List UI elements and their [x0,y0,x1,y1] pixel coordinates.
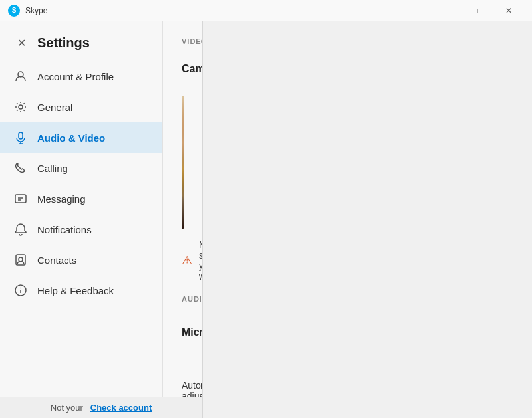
camera-preview [182,96,184,229]
nav-messaging-label: Messaging [37,193,86,205]
info-icon [13,283,28,298]
nav-contacts-label: Contacts [37,255,76,266]
settings-close-button[interactable]: ✕ [13,35,29,51]
account-notice: Not your Check account [163,397,202,418]
skype-sidebar: SL Steve Litchfield ··· 🔍 Pe... RECENT S… [0,21,203,418]
settings-nav: ✕ Settings Account & Profile [0,21,163,418]
window-controls: — □ ✕ [427,0,524,21]
maximize-button[interactable]: □ [460,0,491,21]
nav-item-help[interactable]: Help & Feedback [0,275,162,306]
title-bar-left: S Skype [8,5,47,17]
nav-item-messaging[interactable]: Messaging [0,183,162,214]
warning-icon: ⚠ [182,253,192,268]
nav-audio-video-label: Audio & Video [37,132,105,144]
mic-level-bar [182,364,184,373]
phone-icon [13,161,28,175]
nav-notifications-label: Notifications [37,224,92,235]
svg-rect-5 [15,195,26,203]
nav-item-contacts[interactable]: Contacts [0,245,162,275]
minimize-button[interactable]: — [427,0,458,21]
settings-title: Settings [37,35,90,51]
account-icon [13,69,28,84]
camera-label: Camera [182,63,202,75]
settings-header: ✕ Settings [0,32,162,61]
nav-item-account[interactable]: Account & Profile [0,61,162,92]
camera-row: Camera Microsoft Camera Front ▾ [182,53,184,85]
microphone-icon [13,130,28,145]
svg-point-9 [19,257,23,261]
nav-item-calling[interactable]: Calling [0,153,162,183]
camera-feed [182,96,184,229]
webcam-warning-text: Not seeing your webcam? [199,239,202,282]
app-icon: S [8,5,20,17]
settings-panel: ✕ Settings Account & Profile [0,21,202,418]
nav-general-label: General [37,102,72,113]
messaging-icon [13,191,28,206]
nav-account-label: Account & Profile [37,71,114,82]
nav-help-label: Help & Feedback [37,285,114,296]
svg-point-1 [19,105,23,109]
microphone-row: Microphone Microphone (Realtek High Defi… [182,311,184,354]
app-body: SL Steve Litchfield ··· 🔍 Pe... RECENT S… [0,21,532,418]
title-bar: S Skype — □ ✕ [0,0,532,21]
main-content [203,21,532,418]
window-close-button[interactable]: ✕ [493,0,524,21]
nav-item-general[interactable]: General [0,92,162,122]
video-section-label: VIDEO [182,37,184,45]
gear-icon [13,100,28,114]
nav-item-notifications[interactable]: Notifications [0,214,162,245]
app-title: Skype [25,6,47,15]
nav-calling-label: Calling [37,163,68,174]
microphone-label: Microphone [182,326,202,338]
settings-content: VIDEO Camera Microsoft Camera Front ▾ [163,21,202,418]
svg-point-12 [20,288,21,289]
webcam-warning: ⚠ Not seeing your webcam? Learn more. [182,239,184,282]
contacts-icon [13,253,28,267]
audio-section-label: AUDIO [182,295,184,303]
nav-item-audio-video[interactable]: Audio & Video [0,122,162,153]
bell-icon [13,222,28,237]
svg-rect-2 [19,132,23,139]
